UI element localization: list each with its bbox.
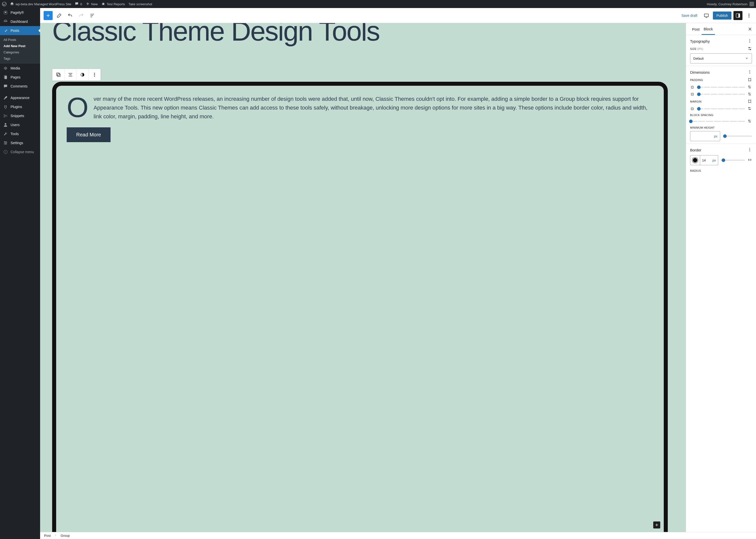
user-icon [3,122,8,127]
margin-row [690,107,752,111]
block-spacing-slider[interactable] [690,121,745,122]
publish-button[interactable]: Publish [713,12,731,20]
howdy-link[interactable]: Howdy, Courtney Robertson [707,2,747,6]
min-height-input[interactable]: px [690,131,720,141]
menu-posts[interactable]: Posts [0,26,40,35]
block-type-button[interactable] [52,69,64,80]
block-breadcrumb: Post Group [40,532,756,539]
menu-users[interactable]: Users [0,120,40,129]
menu-tools-label: Tools [11,132,19,136]
block-spacing-custom-button[interactable] [747,119,752,123]
svg-point-25 [94,76,95,76]
group-block[interactable]: Over many of the more recent WordPress r… [52,82,668,532]
menu-plugins-label: Plugins [11,105,22,109]
tab-post[interactable]: Post [690,24,702,34]
menu-media[interactable]: Media [0,64,40,73]
editor-canvas[interactable]: Classic Theme Design Tools Over many of … [40,23,686,532]
close-sidebar-button[interactable] [745,25,754,34]
svg-point-31 [749,70,750,71]
new-content-link[interactable]: New [86,2,98,7]
avatar[interactable] [749,2,754,6]
align-button[interactable] [64,69,76,80]
padding-horizontal-custom-button[interactable] [747,85,752,90]
breadcrumb-root[interactable]: Post [44,534,51,537]
padding-horizontal-slider[interactable] [697,87,745,88]
border-color-button[interactable] [690,155,700,165]
read-more-button[interactable]: Read More [67,127,111,142]
min-height-value[interactable] [690,134,712,138]
redo-button[interactable] [77,11,86,20]
menu-comments[interactable]: Comments [0,82,40,91]
unlink-border-sides-button[interactable] [747,158,752,163]
svg-point-43 [749,107,749,108]
wp-logo[interactable] [2,2,7,6]
font-size-select[interactable]: Default [690,53,752,63]
settings-panel-toggle[interactable] [733,11,742,20]
typography-panel: Typography SIZE (PX) Default [686,35,756,66]
menu-pagely-label: Pagely® [11,11,24,15]
typography-options-button[interactable] [747,38,752,44]
padding-vertical-custom-button[interactable] [747,92,752,97]
wrench-icon [3,131,8,136]
border-width-unit[interactable]: px [713,158,716,162]
breadcrumb-current[interactable]: Group [61,534,70,537]
document-overview-button[interactable] [88,11,97,20]
add-block-button[interactable] [653,521,660,528]
margin-custom-button[interactable] [747,107,752,111]
undo-button[interactable] [66,11,75,20]
border-width-input[interactable]: 14 px [700,155,718,165]
menu-settings[interactable]: Settings [0,138,40,147]
padding-vertical-slider[interactable] [697,94,745,95]
svg-point-30 [750,49,751,50]
test-reports-link[interactable]: Test Reports [101,2,125,7]
submenu-add-new-post[interactable]: Add New Post [0,43,40,49]
post-title[interactable]: Classic Theme Design Tools [40,23,686,44]
min-height-unit[interactable]: px [712,134,720,138]
menu-collapse[interactable]: Collapse menu [0,147,40,156]
svg-point-10 [5,141,6,142]
paragraph-block[interactable]: Over many of the more recent WordPress r… [67,95,653,121]
menu-dashboard[interactable]: Dashboard [0,17,40,26]
tools-button[interactable] [55,11,64,20]
border-width-slider[interactable] [721,160,745,161]
preview-button[interactable] [702,11,711,20]
border-width-value: 14 [702,158,713,162]
submenu-all-posts[interactable]: All Posts [0,37,40,43]
padding-horizontal-icon [690,85,695,90]
svg-point-7 [4,114,5,116]
dashboard-icon [3,19,8,24]
menu-collapse-label: Collapse menu [11,150,34,154]
menu-pagely[interactable]: Pagely® [0,8,40,17]
menu-settings-label: Settings [11,141,23,145]
menu-pages[interactable]: Pages [0,73,40,82]
menu-tools[interactable]: Tools [0,129,40,138]
unlink-sides-padding-button[interactable] [747,77,752,83]
border-options-button[interactable] [747,147,752,153]
set-custom-size-button[interactable] [747,46,752,51]
svg-point-49 [749,151,750,151]
margin-slider[interactable] [697,108,745,109]
tab-block[interactable]: Block [702,23,715,35]
svg-point-32 [749,72,750,72]
submenu-categories[interactable]: Categories [0,49,40,55]
inserter-toggle-button[interactable] [43,11,53,20]
site-link[interactable]: wp-beta.dev Managed WordPress Site [10,2,71,7]
menu-users-label: Users [11,123,20,127]
options-menu-button[interactable] [744,11,753,20]
save-draft-button[interactable]: Save draft [679,12,700,20]
unlink-sides-margin-button[interactable] [747,99,752,104]
submenu-tags[interactable]: Tags [0,55,40,62]
min-height-slider[interactable] [723,136,752,137]
menu-snippets[interactable]: Snippets [0,111,40,120]
pages-icon [3,75,8,80]
svg-point-48 [749,149,750,150]
menu-appearance[interactable]: Appearance [0,93,40,102]
comments-link[interactable]: 0 [75,2,82,7]
block-options-button[interactable] [89,69,101,80]
chevron-down-icon [745,56,749,61]
take-screenshot-link[interactable]: Take screenshot [128,2,152,6]
menu-media-label: Media [11,66,20,70]
menu-plugins[interactable]: Plugins [0,102,40,111]
duotone-button[interactable] [76,69,89,80]
dimensions-options-button[interactable] [747,70,752,75]
